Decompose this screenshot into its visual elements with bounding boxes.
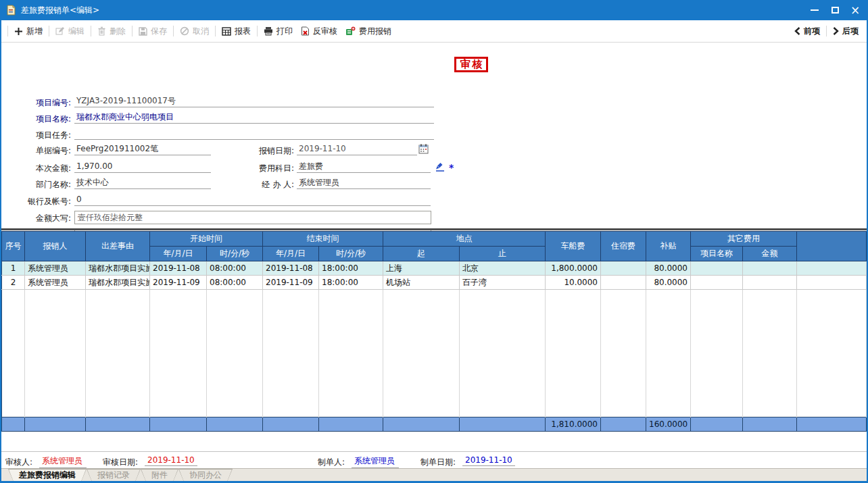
cancel-button-label: 取消 <box>193 26 209 37</box>
project-name-label: 项目名称: <box>3 113 71 125</box>
next-item-button[interactable]: 后项 <box>829 24 863 39</box>
total-transport: 1,810.0000 <box>546 417 601 432</box>
grid-row-2[interactable]: 2 系统管理员 瑞都水郡项目实施 2019-11-09 08:00:00 201… <box>2 276 867 290</box>
grid-totals-row: 1,810.0000 160.0000 <box>2 417 867 432</box>
report-button[interactable]: 报表 <box>218 24 255 39</box>
toolbar-separator <box>173 26 174 36</box>
toolbar-separator <box>826 26 827 36</box>
plus-icon <box>14 27 23 36</box>
required-asterisk: * <box>449 162 454 173</box>
col-claimant: 报销人 <box>25 232 86 261</box>
auditor-label: 审核人: <box>5 457 32 468</box>
project-no-label: 项目编号: <box>3 97 71 109</box>
col-transport: 车船费 <box>546 232 601 261</box>
edit-button[interactable]: 编辑 <box>51 24 89 39</box>
close-button[interactable]: × <box>848 3 863 17</box>
chevron-right-icon <box>833 27 839 35</box>
pane-splitter[interactable] <box>0 228 868 230</box>
maximize-icon <box>831 7 839 14</box>
maximize-button[interactable] <box>827 3 842 17</box>
create-date-label: 制单日期: <box>420 457 456 468</box>
creator-value[interactable]: 系统管理员 <box>352 455 399 468</box>
grid-empty-row[interactable] <box>2 389 867 403</box>
tab-attachments[interactable]: 附件 <box>141 469 178 482</box>
toolbar-separator <box>7 26 8 36</box>
department-label: 部门名称: <box>3 179 71 190</box>
cancel-button[interactable]: 取消 <box>176 24 213 39</box>
audit-date-value[interactable]: 2019-11-10 <box>145 455 197 466</box>
col-to: 止 <box>460 247 546 261</box>
col-end-clock: 时/分/秒 <box>319 247 383 261</box>
tab-expense-edit[interactable]: 差旅费报销编辑 <box>8 469 87 482</box>
edit-pencil-icon[interactable] <box>435 161 445 172</box>
save-button[interactable]: 保存 <box>135 24 171 39</box>
create-date-value[interactable]: 2019-11-10 <box>462 455 515 466</box>
expense-date-field[interactable]: 2019-11-10 <box>297 143 417 155</box>
grid-empty-row[interactable] <box>2 290 867 304</box>
delete-button[interactable]: 删除 <box>93 24 130 39</box>
col-extra <box>797 232 867 261</box>
edit-button-label: 编辑 <box>68 26 85 37</box>
window-title: 差旅费报销单<编辑> <box>21 5 99 16</box>
grid-empty-row[interactable] <box>2 347 867 361</box>
bank-account-field[interactable]: 0 <box>74 194 431 206</box>
amount-words-label: 金额大写: <box>3 213 71 224</box>
next-item-label: 后项 <box>842 26 859 37</box>
unaudit-button[interactable]: 反审核 <box>297 24 341 39</box>
print-button-label: 打印 <box>276 26 293 37</box>
project-task-label: 项目任务: <box>3 130 71 141</box>
total-allowance: 160.0000 <box>646 417 691 432</box>
grid-empty-row[interactable] <box>2 361 867 375</box>
col-other-name: 项目名称 <box>691 247 743 261</box>
calendar-icon[interactable] <box>418 144 429 154</box>
audit-date-label: 审核日期: <box>103 457 138 468</box>
grid-empty-row[interactable] <box>2 403 867 417</box>
doc-no-field[interactable]: FeePrg201911002笔 <box>74 143 211 155</box>
col-allowance: 补贴 <box>646 232 691 261</box>
print-icon <box>264 26 273 36</box>
expense-claim-button[interactable]: 费用报销 <box>341 24 395 39</box>
bank-account-label: 银行及帐号: <box>3 196 71 207</box>
grid-empty-row[interactable] <box>2 304 867 318</box>
grid-empty-row[interactable] <box>2 375 867 389</box>
handler-field[interactable]: 系统管理员 <box>297 177 431 189</box>
amount-label: 本次金额: <box>3 163 71 174</box>
unaudit-icon <box>301 26 310 36</box>
window-border-left <box>0 0 1 483</box>
grid-empty-row[interactable] <box>2 332 867 347</box>
new-button[interactable]: 新增 <box>10 24 47 39</box>
tab-claim-records[interactable]: 报销记录 <box>87 469 141 482</box>
col-seq: 序号 <box>2 232 25 261</box>
department-field[interactable]: 技术中心 <box>74 177 211 189</box>
prev-item-button[interactable]: 前项 <box>790 24 824 39</box>
minimize-button[interactable] <box>807 3 822 17</box>
toolbar-separator <box>215 26 216 36</box>
col-start-time: 开始时间 <box>150 232 263 247</box>
expense-claim-button-label: 费用报销 <box>359 26 391 37</box>
tab-collaboration[interactable]: 协同办公 <box>178 469 233 482</box>
toolbar-separator <box>257 26 258 36</box>
save-icon <box>139 27 147 36</box>
col-other-amount: 金额 <box>743 247 797 261</box>
expense-subject-field[interactable]: 差旅费 <box>297 161 431 173</box>
grid-row-1[interactable]: 1 系统管理员 瑞都水郡项目实施 2019-11-08 08:00:00 201… <box>2 261 867 276</box>
expense-icon <box>345 26 356 36</box>
amount-words-field[interactable]: 壹仟玖佰柒拾元整 <box>74 211 431 224</box>
handler-label: 经 办 人: <box>226 179 294 190</box>
new-button-label: 新增 <box>26 26 43 37</box>
print-button[interactable]: 打印 <box>260 24 297 39</box>
document-icon <box>5 5 16 16</box>
auditor-value[interactable]: 系统管理员 <box>39 455 87 468</box>
amount-field[interactable]: 1,970.00 <box>74 161 211 173</box>
grid-empty-row[interactable] <box>2 318 867 332</box>
project-no-field[interactable]: YZJA3-2019-11100017号 <box>74 95 434 107</box>
col-start-date: 年/月/日 <box>150 247 207 261</box>
report-button-label: 报表 <box>235 26 251 37</box>
doc-no-label: 单据编号: <box>3 145 71 157</box>
project-task-field[interactable] <box>74 128 434 140</box>
project-name-field[interactable]: 瑞都水郡商业中心弱电项目 <box>74 111 434 124</box>
toolbar-separator <box>91 26 91 36</box>
minimize-icon <box>811 9 819 11</box>
save-button-label: 保存 <box>151 26 167 37</box>
footer-divider <box>0 451 868 452</box>
